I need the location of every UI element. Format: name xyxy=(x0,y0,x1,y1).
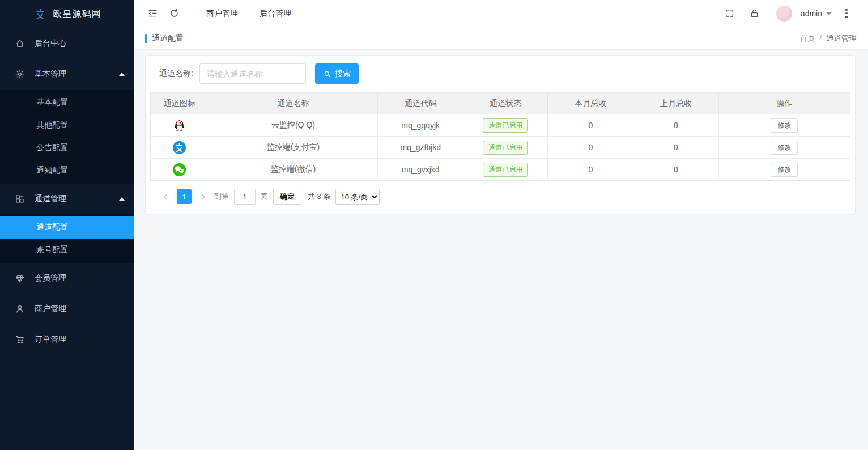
fullscreen-icon[interactable] xyxy=(717,0,742,27)
table-row: 监控端(支付宝) mq_gzfbjkd 通道已启用 0 0 修改 xyxy=(151,137,850,159)
channel-table: 通道图标 通道名称 通道代码 通道状态 本月总收 上月总收 操作 xyxy=(150,92,850,181)
sidebar-subitem-other-config[interactable]: 其他配置 xyxy=(0,114,134,137)
chevron-right-icon xyxy=(200,194,206,200)
next-page-button[interactable] xyxy=(197,189,209,204)
lock-icon[interactable] xyxy=(742,0,767,27)
user-menu[interactable]: admin xyxy=(767,6,832,22)
confirm-page-button[interactable]: 确定 xyxy=(273,189,301,205)
channel-name: 云监控(Q Q) xyxy=(209,114,378,137)
channel-code: mq_gqqyjk xyxy=(378,114,463,137)
last-month-total: 0 xyxy=(633,114,719,137)
total-count: 共 3 条 xyxy=(308,192,330,202)
gear-icon xyxy=(15,69,25,79)
breadcrumb-separator: / xyxy=(819,33,822,44)
status-badge[interactable]: 通道已启用 xyxy=(483,118,528,133)
chevron-left-icon xyxy=(163,194,169,200)
col-channel-code: 通道代码 xyxy=(378,93,463,114)
search-row: 通道名称: 搜索 xyxy=(159,63,850,84)
col-actions: 操作 xyxy=(718,93,850,114)
submenu-channel-mgmt: 通道配置 账号配置 xyxy=(0,214,134,263)
search-icon xyxy=(323,70,331,78)
table-row: 云监控(Q Q) mq_gqqyjk 通道已启用 0 0 修改 xyxy=(151,114,850,137)
qq-icon xyxy=(172,118,186,133)
sidebar-item-label: 通道管理 xyxy=(35,194,66,204)
diamond-icon xyxy=(15,273,25,283)
alipay-logo-icon xyxy=(33,7,48,22)
main-area: 商户管理 后台管理 admin xyxy=(134,0,868,450)
col-channel-status: 通道状态 xyxy=(463,93,548,114)
user-icon xyxy=(15,304,25,314)
components-icon xyxy=(15,194,25,204)
sidebar-subitem-notify-config[interactable]: 通知配置 xyxy=(0,159,134,182)
last-month-total: 0 xyxy=(633,159,719,181)
channel-name-input[interactable] xyxy=(199,63,306,84)
edit-button[interactable]: 修改 xyxy=(771,163,798,177)
sidebar-item-channel-mgmt[interactable]: 通道管理 xyxy=(0,184,134,214)
breadcrumb-home[interactable]: 首页 xyxy=(799,33,815,44)
edit-button[interactable]: 修改 xyxy=(771,118,798,133)
submenu-basic-mgmt: 基本配置 其他配置 公告配置 通知配置 xyxy=(0,90,134,184)
breadcrumb: 首页 / 通道管理 xyxy=(799,33,857,44)
chevron-up-icon xyxy=(119,73,125,76)
alipay-icon xyxy=(172,141,186,155)
sidebar-subitem-channel-config[interactable]: 通道配置 xyxy=(0,216,134,239)
status-badge[interactable]: 通道已启用 xyxy=(483,163,528,177)
month-total: 0 xyxy=(548,159,633,181)
chevron-down-icon xyxy=(826,12,832,15)
page-size-select[interactable]: 10 条/页 xyxy=(335,189,380,205)
topbar-right: admin xyxy=(717,0,858,27)
chevron-up-icon xyxy=(119,197,125,201)
avatar xyxy=(776,6,792,22)
collapse-sidebar-button[interactable] xyxy=(142,0,163,27)
tab-backend-mgmt[interactable]: 后台管理 xyxy=(259,9,291,19)
search-label: 通道名称: xyxy=(159,69,193,79)
sidebar-item-merchant-mgmt[interactable]: 商户管理 xyxy=(0,294,134,324)
cart-icon xyxy=(15,334,25,345)
sidebar-subitem-account-config[interactable]: 账号配置 xyxy=(0,239,134,261)
refresh-button[interactable] xyxy=(163,0,185,27)
home-icon xyxy=(15,39,25,49)
tab-merchant-mgmt[interactable]: 商户管理 xyxy=(206,9,238,19)
topbar: 商户管理 后台管理 admin xyxy=(134,0,868,27)
sidebar-subitem-announce-config[interactable]: 公告配置 xyxy=(0,137,134,159)
channel-name: 监控端(微信) xyxy=(209,159,378,181)
sidebar-item-label: 商户管理 xyxy=(35,304,66,314)
channel-code: mq_gzfbjkd xyxy=(378,137,463,159)
edit-button[interactable]: 修改 xyxy=(771,141,798,155)
status-badge[interactable]: 通道已启用 xyxy=(483,141,528,155)
prev-page-button[interactable] xyxy=(159,189,172,204)
content: 通道名称: 搜索 xyxy=(134,50,868,450)
sidebar-item-order-mgmt[interactable]: 订单管理 xyxy=(0,324,134,355)
goto-page-input[interactable] xyxy=(234,189,256,205)
goto-label: 到第 xyxy=(214,192,229,202)
page-title: 通道配置 xyxy=(145,33,184,44)
more-options-icon[interactable] xyxy=(835,9,858,18)
search-button[interactable]: 搜索 xyxy=(315,63,359,84)
title-accent-bar xyxy=(145,34,147,43)
sidebar-item-member-mgmt[interactable]: 会员管理 xyxy=(0,263,134,294)
last-month-total: 0 xyxy=(633,137,719,159)
sidebar-item-dashboard[interactable]: 后台中心 xyxy=(0,28,134,59)
sidebar-item-label: 订单管理 xyxy=(35,334,66,345)
col-last-month-total: 上月总收 xyxy=(633,93,719,114)
sidebar-item-label: 基本管理 xyxy=(35,69,66,79)
logo-title: 欧皇源码网 xyxy=(53,9,101,20)
month-total: 0 xyxy=(548,137,633,159)
app-root: 欧皇源码网 后台中心 基本管理 基本配置 其他配置 公告配置 xyxy=(0,0,868,450)
sidebar-item-label: 后台中心 xyxy=(35,39,66,49)
channel-name: 监控端(支付宝) xyxy=(209,137,378,159)
wechat-icon xyxy=(172,163,186,177)
page-1-button[interactable]: 1 xyxy=(177,189,192,204)
sidebar-item-basic-mgmt[interactable]: 基本管理 xyxy=(0,59,134,90)
sidebar-item-label: 会员管理 xyxy=(35,273,66,283)
sidebar: 欧皇源码网 后台中心 基本管理 基本配置 其他配置 公告配置 xyxy=(0,0,134,450)
channel-code: mq_gvxjkd xyxy=(378,159,463,181)
username: admin xyxy=(801,9,822,18)
table-row: 监控端(微信) mq_gvxjkd 通道已启用 0 0 修改 xyxy=(151,159,850,181)
breadcrumb-bar: 通道配置 首页 / 通道管理 xyxy=(134,27,868,50)
month-total: 0 xyxy=(548,114,633,137)
col-channel-icon: 通道图标 xyxy=(151,93,209,114)
logo[interactable]: 欧皇源码网 xyxy=(0,0,134,28)
col-channel-name: 通道名称 xyxy=(209,93,378,114)
sidebar-subitem-basic-config[interactable]: 基本配置 xyxy=(0,91,134,114)
